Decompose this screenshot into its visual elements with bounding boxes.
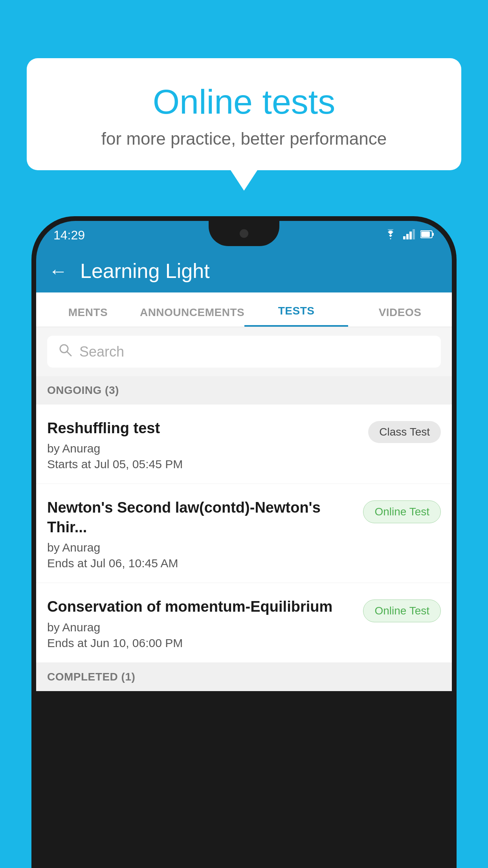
tab-videos[interactable]: VIDEOS: [348, 306, 452, 327]
search-icon: [58, 343, 72, 360]
status-icons: [383, 229, 435, 241]
tab-announcements[interactable]: ANNOUNCEMENTS: [140, 306, 244, 327]
search-bar[interactable]: Search: [47, 336, 441, 368]
app-title: Learning Light: [80, 259, 210, 283]
app-header: ← Learning Light: [36, 249, 452, 292]
test-item[interactable]: Conservation of momentum-Equilibrium by …: [36, 583, 452, 662]
test-info: Newton's Second law(contd)-Newton's Thir…: [47, 498, 363, 570]
test-author: by Anurag: [47, 541, 355, 554]
completed-section-header: COMPLETED (1): [36, 663, 452, 691]
test-badge-online: Online Test: [363, 500, 441, 523]
tab-bar: MENTS ANNOUNCEMENTS TESTS VIDEOS: [36, 292, 452, 327]
time-label: Ends at: [47, 557, 87, 570]
search-placeholder: Search: [79, 344, 124, 360]
time-value: Jul 05, 05:45 PM: [94, 458, 183, 471]
test-info: Conservation of momentum-Equilibrium by …: [47, 597, 363, 649]
test-author: by Anurag: [47, 621, 355, 634]
svg-rect-3: [413, 229, 415, 239]
wifi-icon: [383, 229, 398, 241]
svg-line-8: [67, 351, 71, 356]
test-item[interactable]: Newton's Second law(contd)-Newton's Thir…: [36, 484, 452, 583]
search-container: Search: [36, 327, 452, 376]
test-badge-class: Class Test: [368, 421, 441, 443]
svg-rect-6: [432, 233, 434, 236]
test-name: Newton's Second law(contd)-Newton's Thir…: [47, 498, 355, 537]
test-time: Ends at Jul 06, 10:45 AM: [47, 557, 355, 570]
svg-rect-2: [409, 232, 412, 239]
test-time: Ends at Jun 10, 06:00 PM: [47, 636, 355, 650]
battery-icon: [420, 230, 435, 240]
ongoing-section-header: ONGOING (3): [36, 376, 452, 405]
svg-rect-0: [403, 236, 405, 239]
time-value: Jun 10, 06:00 PM: [90, 636, 183, 649]
test-author: by Anurag: [47, 442, 360, 455]
time-value: Jul 06, 10:45 AM: [90, 557, 178, 570]
phone-frame: 14:29: [31, 216, 457, 868]
promo-bubble: Online tests for more practice, better p…: [27, 58, 461, 170]
svg-rect-5: [421, 232, 430, 237]
test-name: Reshuffling test: [47, 419, 360, 438]
bubble-title: Online tests: [42, 82, 446, 122]
time-label: Ends at: [47, 636, 87, 649]
svg-rect-1: [406, 234, 409, 239]
tab-tests[interactable]: TESTS: [244, 305, 348, 327]
status-bar: 14:29: [36, 221, 452, 249]
test-badge-online: Online Test: [363, 600, 441, 622]
test-list: Reshuffling test by Anurag Starts at Jul…: [36, 405, 452, 663]
phone-inner: 14:29: [36, 221, 452, 863]
time-label: Starts at: [47, 458, 91, 471]
status-time: 14:29: [53, 228, 85, 243]
back-button[interactable]: ←: [49, 260, 68, 282]
tab-ments[interactable]: MENTS: [36, 306, 140, 327]
test-time: Starts at Jul 05, 05:45 PM: [47, 458, 360, 471]
test-name: Conservation of momentum-Equilibrium: [47, 597, 355, 616]
signal-icon: [403, 229, 415, 241]
bubble-subtitle: for more practice, better performance: [42, 129, 446, 149]
test-item[interactable]: Reshuffling test by Anurag Starts at Jul…: [36, 405, 452, 484]
notch: [209, 221, 279, 246]
test-info: Reshuffling test by Anurag Starts at Jul…: [47, 419, 368, 471]
camera: [240, 229, 248, 238]
